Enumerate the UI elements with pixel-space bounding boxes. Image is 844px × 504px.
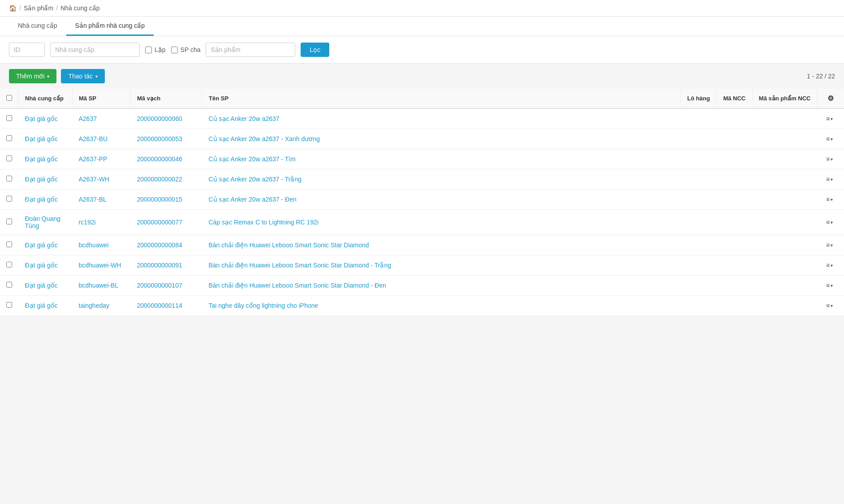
- mavach-link[interactable]: 2000000000091: [137, 262, 182, 269]
- product-input[interactable]: [206, 43, 295, 57]
- row-checkbox[interactable]: [6, 135, 12, 141]
- tensp-link[interactable]: Củ sạc Anker 20w a2637: [209, 115, 280, 122]
- row-action-button[interactable]: ≡ ▾: [823, 195, 835, 204]
- supplier-link[interactable]: Đạt giá gốc: [25, 176, 58, 183]
- header-settings[interactable]: ⚙: [817, 89, 844, 108]
- masp-link[interactable]: bcdhuawei-WH: [79, 262, 121, 269]
- row-action-button[interactable]: ≡ ▾: [823, 134, 835, 143]
- masp-link[interactable]: bcdhuawei-BL: [79, 282, 119, 289]
- row-checkbox-cell[interactable]: [0, 296, 19, 316]
- row-checkbox-cell[interactable]: [0, 255, 19, 276]
- mavach-link[interactable]: 2000000000077: [137, 219, 182, 226]
- mavach-link[interactable]: 2000000000060: [137, 115, 182, 122]
- supplier-link[interactable]: Đạt giá gốc: [25, 115, 58, 122]
- row-actions[interactable]: ≡ ▾: [817, 296, 844, 316]
- row-actions[interactable]: ≡ ▾: [817, 210, 844, 235]
- row-checkbox[interactable]: [6, 262, 12, 267]
- tensp-link[interactable]: Củ sạc Anker 20w a2637 - Xanh dương: [209, 135, 320, 142]
- row-action-button[interactable]: ≡ ▾: [823, 175, 835, 184]
- supplier-link[interactable]: Đạt giá gốc: [25, 196, 58, 203]
- tensp-link[interactable]: Củ sạc Anker 20w a2637 - Tím: [209, 155, 296, 163]
- row-actions[interactable]: ≡ ▾: [817, 276, 844, 296]
- row-actions[interactable]: ≡ ▾: [817, 129, 844, 149]
- masp-link[interactable]: taingheday: [79, 302, 110, 309]
- tensp-link[interactable]: Tai nghe dây cổng lightning cho iPhone: [209, 302, 319, 309]
- id-input[interactable]: [9, 43, 45, 57]
- row-checkbox[interactable]: [6, 155, 12, 161]
- mavach-link[interactable]: 2000000000022: [137, 176, 182, 183]
- mavach-link[interactable]: 2000000000053: [137, 135, 182, 142]
- masp-link[interactable]: A2637: [79, 115, 97, 122]
- row-action-button[interactable]: ≡ ▾: [823, 261, 835, 270]
- row-checkbox-cell[interactable]: [0, 129, 19, 149]
- add-button[interactable]: Thêm mới ▾: [9, 69, 56, 83]
- tab-san-pham-nha-cung-cap[interactable]: Sản phẩm nhà cung cấp: [66, 17, 154, 36]
- row-checkbox[interactable]: [6, 241, 12, 247]
- row-checkbox-cell[interactable]: [0, 276, 19, 296]
- masp-link[interactable]: rc192i: [79, 219, 96, 226]
- tab-nha-cung-cap[interactable]: Nhà cung cấp: [9, 17, 66, 36]
- row-checkbox-cell[interactable]: [0, 190, 19, 210]
- tensp-link[interactable]: Củ sạc Anker 20w a2637 - Đen: [209, 196, 297, 203]
- gear-icon[interactable]: ⚙: [827, 95, 834, 102]
- row-actions[interactable]: ≡ ▾: [817, 169, 844, 190]
- supplier-link[interactable]: Đạt giá gốc: [25, 155, 58, 163]
- lap-checkbox[interactable]: [145, 47, 152, 53]
- tensp-link[interactable]: Bàn chải điện Huawei Lebooo Smart Sonic …: [209, 262, 392, 269]
- breadcrumb-san-pham[interactable]: Sản phẩm: [24, 4, 53, 12]
- sp-cha-checkbox-label[interactable]: SP cha: [171, 46, 201, 53]
- row-tensp: Bàn chải điện Huawei Lebooo Smart Sonic …: [202, 235, 681, 255]
- mavach-link[interactable]: 2000000000046: [137, 155, 182, 163]
- supplier-input[interactable]: [50, 43, 140, 57]
- row-checkbox-cell[interactable]: [0, 149, 19, 169]
- row-lo: [680, 129, 716, 149]
- row-checkbox[interactable]: [6, 196, 12, 202]
- row-action-button[interactable]: ≡ ▾: [823, 155, 835, 164]
- row-actions[interactable]: ≡ ▾: [817, 235, 844, 255]
- supplier-link[interactable]: Đạt giá gốc: [25, 241, 58, 249]
- masp-link[interactable]: bcdhuawei: [79, 241, 109, 249]
- row-action-button[interactable]: ≡ ▾: [823, 218, 835, 227]
- home-icon[interactable]: 🏠: [9, 4, 17, 12]
- masp-link[interactable]: A2637-WH: [79, 176, 109, 183]
- mavach-link[interactable]: 2000000000114: [137, 302, 182, 309]
- row-checkbox[interactable]: [6, 282, 12, 288]
- row-actions[interactable]: ≡ ▾: [817, 149, 844, 169]
- supplier-link[interactable]: Đạt giá gốc: [25, 302, 58, 309]
- row-checkbox[interactable]: [6, 115, 12, 121]
- row-checkbox[interactable]: [6, 176, 12, 181]
- row-actions[interactable]: ≡ ▾: [817, 255, 844, 276]
- filter-button[interactable]: Lọc: [301, 43, 329, 57]
- row-checkbox-cell[interactable]: [0, 210, 19, 235]
- row-actions[interactable]: ≡ ▾: [817, 108, 844, 129]
- row-checkbox[interactable]: [6, 219, 12, 224]
- row-checkbox-cell[interactable]: [0, 108, 19, 129]
- mavach-link[interactable]: 2000000000107: [137, 282, 182, 289]
- select-all-checkbox[interactable]: [6, 95, 12, 101]
- row-action-button[interactable]: ≡ ▾: [823, 114, 835, 123]
- supplier-link[interactable]: Đạt giá gốc: [25, 135, 58, 142]
- supplier-link[interactable]: Đạt giá gốc: [25, 262, 58, 269]
- sp-cha-checkbox[interactable]: [171, 47, 178, 53]
- header-checkbox[interactable]: [0, 89, 19, 108]
- masp-link[interactable]: A2637-BL: [79, 196, 107, 203]
- tensp-link[interactable]: Bàn chải điện Huawei Lebooo Smart Sonic …: [209, 282, 386, 289]
- supplier-link[interactable]: Đoàn Quang Tùng: [25, 215, 60, 229]
- masp-link[interactable]: A2637-PP: [79, 155, 108, 163]
- tensp-link[interactable]: Củ sạc Anker 20w a2637 - Trắng: [209, 176, 302, 183]
- row-checkbox[interactable]: [6, 302, 12, 308]
- row-action-button[interactable]: ≡ ▾: [823, 241, 835, 250]
- mavach-link[interactable]: 2000000000015: [137, 196, 182, 203]
- row-checkbox-cell[interactable]: [0, 169, 19, 190]
- supplier-link[interactable]: Đạt giá gốc: [25, 282, 58, 289]
- tensp-link[interactable]: Cáp sạc Remax C to Lightning RC 192i: [209, 219, 319, 226]
- mavach-link[interactable]: 2000000000084: [137, 241, 182, 249]
- lap-checkbox-label[interactable]: Lập: [145, 46, 166, 53]
- row-checkbox-cell[interactable]: [0, 235, 19, 255]
- tensp-link[interactable]: Bàn chải điện Huawei Lebooo Smart Sonic …: [209, 241, 369, 249]
- row-actions[interactable]: ≡ ▾: [817, 190, 844, 210]
- row-action-button[interactable]: ≡ ▾: [823, 301, 835, 310]
- action-button[interactable]: Thao tác ▾: [61, 69, 104, 83]
- masp-link[interactable]: A2637-BU: [79, 135, 108, 142]
- row-action-button[interactable]: ≡ ▾: [823, 281, 835, 290]
